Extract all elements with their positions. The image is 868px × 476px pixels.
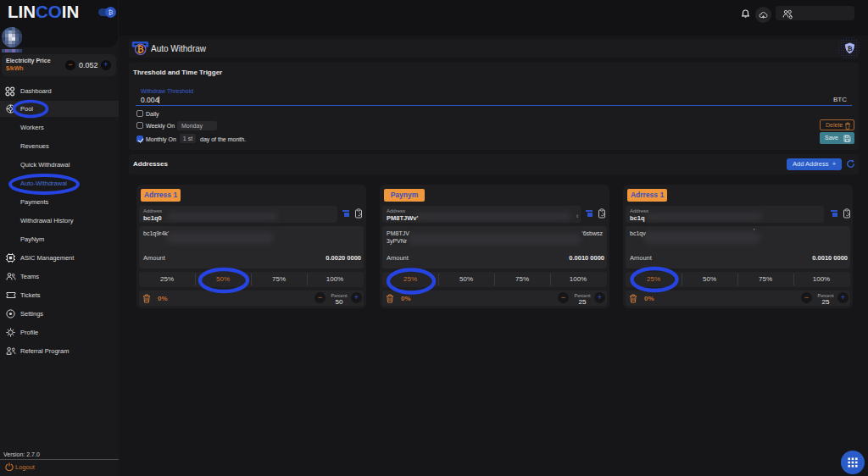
svg-text:₿: ₿ xyxy=(137,45,144,54)
svg-text:₿: ₿ xyxy=(847,45,852,53)
